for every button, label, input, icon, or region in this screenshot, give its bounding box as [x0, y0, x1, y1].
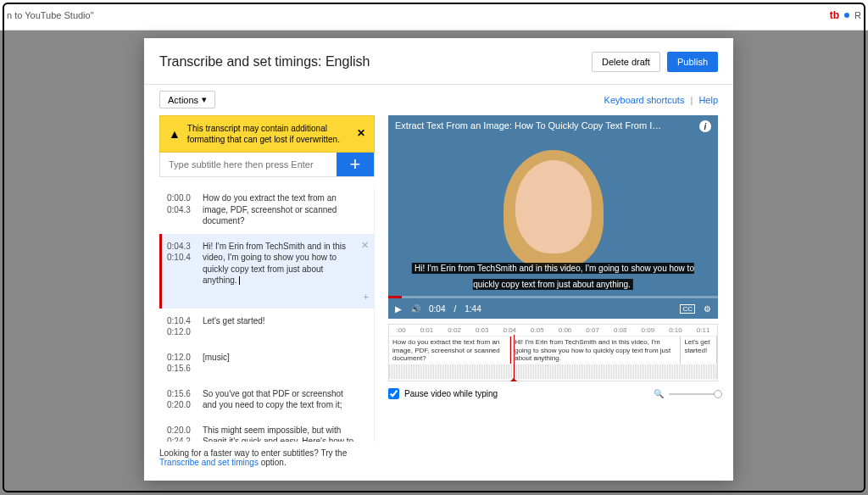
- right-column: Extract Text From an Image: How To Quick…: [388, 115, 718, 474]
- delete-row-icon[interactable]: ✕: [361, 239, 369, 252]
- warning-text: This transcript may contain additional f…: [187, 123, 350, 145]
- left-column: ▲ This transcript may contain additional…: [159, 115, 375, 474]
- warning-icon: ▲: [169, 126, 181, 142]
- subtitle-text[interactable]: Hi! I'm Erin from TechSmith and in this …: [203, 241, 369, 286]
- timeline-segments[interactable]: How do you extract the text from an imag…: [389, 336, 717, 364]
- bg-tab-title: n to YouTube Studio": [7, 10, 94, 20]
- tb-badge: tb: [830, 9, 839, 21]
- video-frame-person: [515, 160, 592, 253]
- timeline-segment[interactable]: Let's get started!: [681, 336, 717, 364]
- subtitle-row[interactable]: 0:10.40:12.0Let's get started!: [159, 309, 374, 345]
- subtitle-times: 0:12.00:15.6: [167, 352, 194, 375]
- delete-draft-button[interactable]: Delete draft: [592, 52, 660, 72]
- subtitle-text[interactable]: This might seem impossible, but with Sna…: [203, 425, 369, 442]
- modal-title: Transcribe and set timings: English: [159, 54, 370, 70]
- settings-gear-icon[interactable]: ⚙: [704, 304, 711, 314]
- caption-overlay: Hi! I'm Erin from TechSmith and in this …: [408, 259, 698, 292]
- footer-tip: Looking for a faster way to enter subtit…: [159, 442, 375, 474]
- cc-icon[interactable]: CC: [680, 304, 695, 314]
- subtitle-row[interactable]: 0:12.00:15.6[music]: [159, 345, 374, 381]
- subtitle-times: 0:10.40:12.0: [167, 315, 194, 338]
- info-icon[interactable]: i: [699, 120, 711, 132]
- player-controls: ▶ 🔊 0:04 / 1:44 CC ⚙: [388, 298, 718, 319]
- video-player[interactable]: Extract Text From an Image: How To Quick…: [388, 115, 718, 319]
- subtitle-list[interactable]: 0:00.00:04.3How do you extract the text …: [159, 186, 375, 442]
- tick: 0:09: [642, 326, 655, 334]
- actions-label: Actions: [168, 95, 198, 105]
- play-icon[interactable]: ▶: [395, 304, 402, 314]
- keyboard-shortcuts-link[interactable]: Keyboard shortcuts: [604, 95, 685, 105]
- timeline-segment[interactable]: Hi! I'm Erin from TechSmith and in this …: [510, 336, 681, 364]
- tick: 0:01: [420, 326, 434, 334]
- total-duration: 1:44: [465, 304, 481, 314]
- current-time: 0:04: [429, 304, 445, 314]
- video-title: Extract Text From an Image: How To Quick…: [395, 120, 698, 131]
- tick: 0:08: [614, 326, 627, 334]
- timeline-segment[interactable]: How do you extract the text from an imag…: [389, 336, 510, 364]
- subtitle-times: 0:20.00:24.2: [167, 425, 194, 442]
- subtitle-row[interactable]: 0:04.30:10.4Hi! I'm Erin from TechSmith …: [159, 234, 374, 309]
- subtitle-row[interactable]: 0:15.60:20.0So you've got that PDF or sc…: [159, 381, 374, 418]
- tick: 0:10: [669, 326, 682, 334]
- tick: 0:06: [559, 326, 572, 334]
- tick: 0:03: [476, 326, 489, 334]
- subtitle-text[interactable]: How do you extract the text from an imag…: [203, 192, 369, 227]
- tick: 0:11: [697, 326, 710, 334]
- actions-dropdown[interactable]: Actions ▾: [159, 91, 215, 108]
- waveform: [389, 364, 717, 379]
- help-link[interactable]: Help: [698, 95, 718, 105]
- pause-while-typing-label: Pause video while typing: [404, 389, 498, 398]
- add-subtitle-button[interactable]: +: [337, 153, 374, 176]
- subtitle-text[interactable]: So you've got that PDF or screenshot and…: [203, 388, 369, 411]
- volume-icon[interactable]: 🔊: [410, 304, 420, 314]
- warning-close-icon[interactable]: ✕: [357, 127, 365, 141]
- zoom-icon[interactable]: 🔍: [654, 389, 664, 398]
- publish-button[interactable]: Publish: [667, 52, 718, 72]
- warning-banner: ▲ This transcript may contain additional…: [159, 115, 375, 153]
- modal-header: Transcribe and set timings: English Dele…: [144, 38, 733, 85]
- tick: 0:05: [531, 326, 544, 334]
- subtitle-row[interactable]: 0:00.00:04.3How do you extract the text …: [159, 186, 374, 234]
- subtitle-text[interactable]: [music]: [203, 352, 369, 375]
- status-dot-icon: [844, 13, 849, 18]
- subtitle-text[interactable]: Let's get started!: [203, 315, 369, 338]
- background-topbar: n to YouTube Studio" tb R: [0, 0, 868, 31]
- subtitle-times: 0:00.00:04.3: [167, 192, 194, 227]
- timeline[interactable]: :000:010:020:030:040:050:060:070:080:090…: [388, 324, 718, 381]
- subtitle-row[interactable]: 0:20.00:24.2This might seem impossible, …: [159, 418, 374, 442]
- tick: 0:07: [586, 326, 599, 334]
- tick: 0:04: [504, 326, 517, 334]
- insert-row-icon[interactable]: +: [364, 291, 369, 303]
- pause-while-typing-checkbox[interactable]: [388, 388, 399, 399]
- tick: :00: [397, 326, 406, 334]
- tick: 0:02: [448, 326, 461, 334]
- bg-letter: R: [854, 10, 861, 20]
- toolbar: Actions ▾ Keyboard shortcuts | Help: [144, 85, 733, 115]
- separator: |: [690, 95, 693, 105]
- zoom-slider[interactable]: [669, 393, 718, 395]
- caret-down-icon: ▾: [202, 94, 207, 105]
- subtitle-times: 0:15.60:20.0: [167, 388, 194, 411]
- time-ruler: :000:010:020:030:040:050:060:070:080:090…: [389, 325, 717, 336]
- subtitle-times: 0:04.30:10.4: [167, 241, 194, 286]
- transcribe-link[interactable]: Transcribe and set timings: [159, 458, 259, 467]
- subtitle-editor-modal: Transcribe and set timings: English Dele…: [144, 38, 733, 481]
- subtitle-input[interactable]: [160, 153, 337, 176]
- playhead-icon[interactable]: [514, 335, 515, 381]
